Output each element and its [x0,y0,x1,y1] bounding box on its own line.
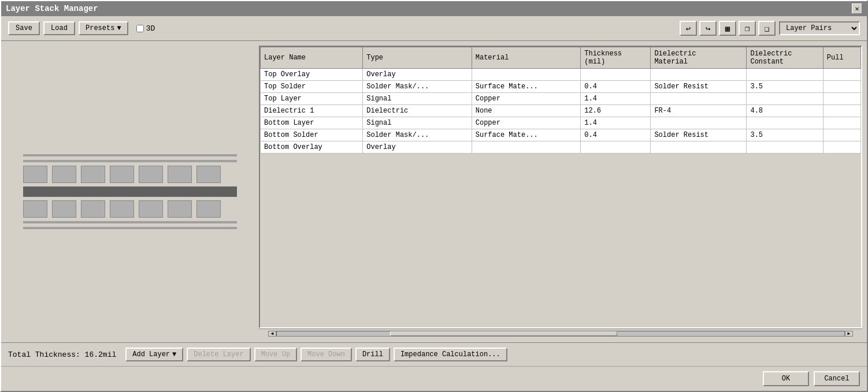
cell-type: Overlay [363,69,472,81]
col-pull: Pull [823,47,860,69]
col-thickness: Thickness(mil) [581,47,651,69]
top-layer-chip-7 [196,166,221,183]
cell-dielectric-constant [747,117,823,129]
3d-label: 3D [146,24,155,33]
cell-dielectric-constant [747,69,823,81]
cell-material: Surface Mate... [472,129,580,141]
layer-table: Layer Name Type Material Thickness(mil) … [260,47,861,154]
cell-layer-name: Top Overlay [261,69,363,81]
view-button-1[interactable]: ▦ [719,21,736,36]
scrollbar-track[interactable] [276,331,845,337]
cancel-button[interactable]: Cancel [814,371,860,386]
cell-thickness: 1.4 [581,117,651,129]
scroll-left-button[interactable]: ◀ [268,331,276,337]
cell-pull [823,69,860,81]
dielectric-line [23,186,237,197]
window-title: Layer Stack Manager [6,4,98,13]
redo-button[interactable]: ↪ [699,21,717,36]
footer-bar: OK Cancel [1,366,867,391]
toolbar: Save Load Presets ▼ 3D ↩ ↪ ▦ ❐ ❑ Layer P… [1,16,867,41]
cell-dielectric-constant: 4.8 [747,105,823,117]
move-up-button[interactable]: Move Up [254,348,297,361]
table-body: Top Overlay Overlay Top Solder Solder Ma… [261,69,861,154]
cell-layer-name: Bottom Solder [261,129,363,141]
horizontal-scrollbar[interactable]: ◀ ▶ [259,328,862,338]
cell-thickness: 0.4 [581,81,651,93]
cell-thickness: 0.4 [581,129,651,141]
content-area: Layer Name Type Material Thickness(mil) … [1,41,867,342]
view-button-2[interactable]: ❐ [739,21,756,36]
close-button[interactable]: ✕ [852,3,862,14]
cell-type: Dielectric [363,105,472,117]
cell-layer-name: Top Solder [261,81,363,93]
cell-material: Surface Mate... [472,81,580,93]
table-row[interactable]: Bottom Overlay Overlay [261,141,861,154]
layer-pairs-dropdown[interactable]: Layer Pairs Net Pairs [779,21,860,35]
delete-layer-button[interactable]: Delete Layer [187,348,250,361]
bottom-layer-chip-4 [110,200,134,218]
top-layer-chip-6 [168,166,192,183]
table-row[interactable]: Dielectric 1 Dielectric None 12.6 FR-4 4… [261,105,861,117]
cell-material [472,141,580,154]
bottom-overlay-line [23,227,237,229]
bottom-layer-chip-2 [52,200,76,218]
load-button[interactable]: Load [43,21,75,35]
presets-button[interactable]: Presets ▼ [79,21,128,35]
cell-material: None [472,105,580,117]
impedance-calculation-button[interactable]: Impedance Calculation... [394,348,507,361]
cell-dielectric-constant [747,141,823,154]
col-layer-name: Layer Name [261,47,363,69]
main-window: Layer Stack Manager ✕ Save Load Presets … [0,0,868,392]
bottom-layer-chip-7 [196,200,221,218]
table-row[interactable]: Top Overlay Overlay [261,69,861,81]
top-layer-chip-3 [81,166,105,183]
cell-dielectric-material: Solder Resist [651,129,747,141]
cell-layer-name: Dielectric 1 [261,105,363,117]
cell-pull [823,93,860,105]
bottom-layer-chip-6 [168,200,192,218]
scroll-right-button[interactable]: ▶ [845,331,853,337]
top-layer-chip-1 [23,166,47,183]
cell-dielectric-constant: 3.5 [747,81,823,93]
cell-type: Solder Mask/... [363,81,472,93]
toolbar-icons: ↩ ↪ ▦ ❐ ❑ [680,21,776,36]
layer-preview-panel [6,46,254,338]
cell-dielectric-material: Solder Resist [651,81,747,93]
cell-pull [823,105,860,117]
cell-layer-name: Bottom Overlay [261,141,363,154]
add-layer-button[interactable]: Add Layer ▼ [125,348,183,361]
table-row[interactable]: Top Layer Signal Copper 1.4 [261,93,861,105]
cell-layer-name: Top Layer [261,93,363,105]
bottom-solder-line [23,221,237,223]
cell-thickness: 1.4 [581,93,651,105]
view-button-3[interactable]: ❑ [758,21,776,36]
cell-dielectric-material [651,69,747,81]
cell-pull [823,81,860,93]
right-content: Layer Name Type Material Thickness(mil) … [259,46,862,338]
table-row[interactable]: Bottom Solder Solder Mask/... Surface Ma… [261,129,861,141]
3d-checkbox[interactable] [136,25,144,32]
bottom-layer-chip-5 [139,200,163,218]
top-solder-line [23,160,237,162]
table-row[interactable]: Top Solder Solder Mask/... Surface Mate.… [261,81,861,93]
cell-dielectric-constant: 3.5 [747,129,823,141]
top-overlay-line [23,154,237,156]
col-type: Type [363,47,472,69]
undo-button[interactable]: ↩ [680,21,697,36]
table-row[interactable]: Bottom Layer Signal Copper 1.4 [261,117,861,129]
top-layer-chips [23,166,237,183]
bottom-layer-chips [23,200,237,218]
scrollbar-thumb[interactable] [390,331,617,336]
add-layer-label: Add Layer [132,350,170,359]
cell-thickness: 12.6 [581,105,651,117]
move-down-button[interactable]: Move Down [301,348,352,361]
cell-type: Signal [363,93,472,105]
cell-pull [823,117,860,129]
col-dielectric-material: DielectricMaterial [651,47,747,69]
drill-button[interactable]: Drill [355,348,390,361]
ok-button[interactable]: OK [763,371,809,386]
save-button[interactable]: Save [8,21,40,35]
cell-material [472,69,580,81]
cell-dielectric-material: FR-4 [651,105,747,117]
3d-checkbox-group: 3D [136,24,155,33]
